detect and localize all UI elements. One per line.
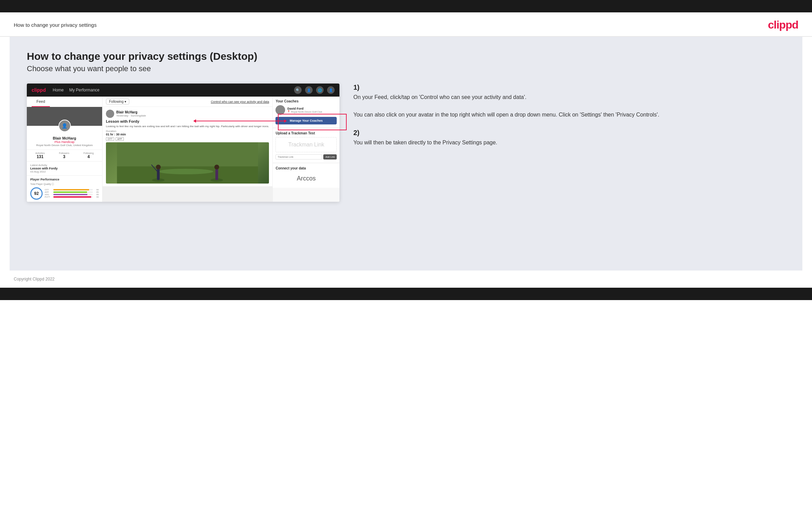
instruction-2: 2) You will then be taken directly to th… bbox=[353, 129, 782, 147]
instruction-1-text: On your Feed, click/tap on 'Control who … bbox=[353, 93, 782, 119]
post-author-avatar bbox=[106, 110, 114, 118]
bar-app-fill bbox=[53, 191, 87, 193]
app-mockup: clippd Home My Performance 🔍 👤 🌐 👤 bbox=[27, 84, 339, 202]
quality-label: Total Player Quality ⓘ bbox=[30, 183, 99, 186]
app-logo: clippd bbox=[32, 87, 46, 93]
latest-activity-date: 03 Aug 2022 bbox=[30, 170, 99, 173]
feed-header: Following ▾ Control who can see your act… bbox=[102, 97, 272, 107]
header: How to change your privacy settings clip… bbox=[0, 12, 812, 37]
bar-putt-num: 96 bbox=[94, 196, 99, 198]
trackman-input[interactable] bbox=[275, 154, 322, 159]
nav-icons: 🔍 👤 🌐 👤 bbox=[294, 86, 335, 94]
feed-post: Blair McHarg Yesterday · Sunningdale Les… bbox=[102, 107, 272, 187]
nav-home: Home bbox=[53, 88, 64, 92]
bar-putt-track bbox=[53, 196, 93, 198]
footer: Copyright Clippd 2022 bbox=[0, 271, 812, 288]
top-bar bbox=[0, 0, 812, 12]
quality-bars: OTT 90 APP 85 bbox=[45, 189, 99, 198]
avatar-icon[interactable]: 👤 bbox=[327, 86, 335, 94]
app-nav: clippd Home My Performance 🔍 👤 🌐 👤 bbox=[27, 84, 339, 97]
coaches-section: Your Coaches David Ford 📍 Royal North De… bbox=[273, 97, 339, 127]
nav-my-performance: My Performance bbox=[69, 88, 99, 92]
trackman-section: Upload a Trackman Test Trackman Link Add… bbox=[273, 129, 339, 162]
app-feed: Following ▾ Control who can see your act… bbox=[102, 97, 272, 202]
stat-activities-label: Activities bbox=[35, 152, 45, 154]
stat-following-label: Following bbox=[84, 152, 94, 154]
feed-tab[interactable]: Feed bbox=[32, 97, 50, 107]
quality-score: 92 bbox=[30, 187, 43, 200]
stat-activities: Activities 131 bbox=[35, 152, 45, 159]
following-button[interactable]: Following ▾ bbox=[106, 99, 129, 104]
profile-handicap: Plus Handicap bbox=[27, 140, 102, 144]
instruction-1: 1) On your Feed, click/tap on 'Control w… bbox=[353, 84, 782, 119]
trackman-title: Upload a Trackman Test bbox=[275, 131, 337, 135]
bar-ott-fill bbox=[53, 189, 89, 190]
app-body: Feed 👤 Blair McHarg Plus Handicap Royal … bbox=[27, 97, 339, 202]
control-privacy-link[interactable]: Control who can see your activity and da… bbox=[211, 100, 269, 103]
stat-followers-value: 3 bbox=[59, 154, 69, 159]
stat-activities-value: 131 bbox=[35, 154, 45, 159]
copyright-text: Copyright Clippd 2022 bbox=[14, 277, 55, 282]
post-user: Blair McHarg Yesterday · Sunningdale bbox=[106, 110, 269, 118]
logo: clippd bbox=[768, 19, 798, 31]
latest-activity: Latest Activity Lesson with Fordy 03 Aug… bbox=[27, 162, 102, 175]
bar-ott-label: OTT bbox=[45, 189, 52, 191]
profile-avatar: 👤 bbox=[58, 120, 71, 132]
trackman-input-row: Add Link bbox=[275, 154, 337, 159]
bar-arg-label: ARG bbox=[45, 194, 52, 196]
stat-following-value: 4 bbox=[84, 154, 94, 159]
location-icon: 📍 bbox=[287, 110, 290, 113]
tag-ott: OTT bbox=[106, 137, 114, 141]
stat-followers-label: Followers bbox=[59, 152, 69, 154]
svg-point-8 bbox=[214, 165, 219, 169]
stat-following: Following 4 bbox=[84, 152, 94, 159]
post-tags: OTT APP bbox=[106, 137, 269, 141]
bar-ott-track bbox=[53, 189, 93, 190]
post-duration: Duration01 hr : 30 min bbox=[106, 130, 269, 136]
post-body: Looking to feel like my hands are exitin… bbox=[106, 124, 269, 128]
post-author-name: Blair McHarg bbox=[116, 110, 146, 114]
instruction-1-number: 1) bbox=[353, 84, 782, 91]
post-title: Lesson with Fordy bbox=[106, 119, 269, 123]
bar-ott: OTT 90 bbox=[45, 189, 99, 191]
add-link-button[interactable]: Add Link bbox=[323, 154, 337, 159]
latest-label: Latest Activity bbox=[30, 164, 99, 167]
coach-info: David Ford 📍 Royal North Devon Golf Club bbox=[287, 107, 322, 113]
svg-rect-4 bbox=[157, 168, 160, 180]
page-subtitle: Choose what you want people to see bbox=[27, 64, 785, 73]
bar-arg-fill bbox=[53, 194, 87, 195]
search-icon[interactable]: 🔍 bbox=[294, 86, 302, 94]
arrow-line bbox=[195, 121, 286, 121]
bar-app-track bbox=[53, 191, 93, 193]
page-title: How to change your privacy settings (Des… bbox=[27, 51, 785, 62]
bar-putt-fill bbox=[53, 196, 91, 198]
post-image-svg bbox=[106, 142, 269, 184]
app-right-panel: Your Coaches David Ford 📍 Royal North De… bbox=[272, 97, 339, 202]
header-title: How to change your privacy settings bbox=[14, 22, 97, 28]
profile-name: Blair McHarg bbox=[27, 136, 102, 140]
post-image bbox=[106, 142, 269, 184]
bottom-bar bbox=[0, 288, 812, 300]
globe-icon[interactable]: 🌐 bbox=[316, 86, 324, 94]
post-meta: Yesterday · Sunningdale bbox=[116, 114, 146, 117]
svg-rect-7 bbox=[215, 168, 218, 180]
bar-app-num: 85 bbox=[94, 191, 99, 193]
arccos-logo: Arccos bbox=[275, 172, 337, 185]
trackman-placeholder: Trackman Link bbox=[275, 137, 337, 152]
app-mockup-wrapper: clippd Home My Performance 🔍 👤 🌐 👤 bbox=[27, 84, 339, 202]
coach-avatar bbox=[275, 105, 285, 115]
coach-club: 📍 Royal North Devon Golf Club bbox=[287, 110, 322, 113]
latest-activity-name: Lesson with Fordy bbox=[30, 167, 99, 170]
instruction-2-number: 2) bbox=[353, 129, 782, 137]
instruction-2-text: You will then be taken directly to the P… bbox=[353, 138, 782, 147]
profile-club: Royal North Devon Golf Club, United King… bbox=[27, 144, 102, 147]
bar-arg-num: 86 bbox=[94, 194, 99, 196]
main-content: How to change your privacy settings (Des… bbox=[10, 37, 802, 271]
svg-point-5 bbox=[156, 165, 161, 169]
user-icon[interactable]: 👤 bbox=[305, 86, 313, 94]
coach-name: David Ford bbox=[287, 107, 322, 110]
bar-ott-num: 90 bbox=[94, 189, 99, 191]
bar-app-label: APP bbox=[45, 191, 52, 193]
bar-putt: PUTT 96 bbox=[45, 196, 99, 198]
svg-point-2 bbox=[158, 169, 213, 174]
